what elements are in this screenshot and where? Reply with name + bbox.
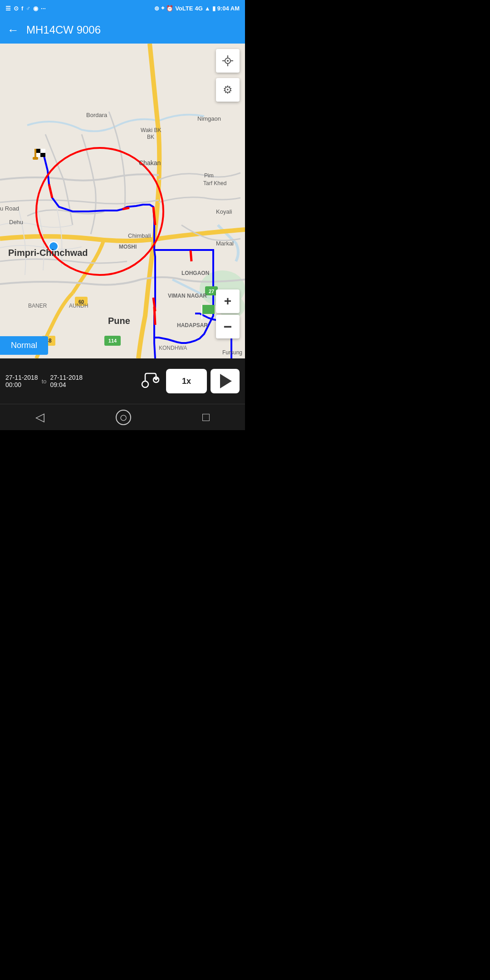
svg-text:Tarf Khed: Tarf Khed [203,180,226,186]
svg-text:Pimpri-Chinchwad: Pimpri-Chinchwad [8,248,88,258]
fb-icon: f [21,5,23,12]
svg-text:114: 114 [108,338,117,343]
circle-icon: ⊙ [14,5,19,12]
zoom-in-button[interactable]: + [216,289,240,313]
svg-point-55 [142,381,148,387]
minus-icon: − [224,319,232,334]
date-row: 27-11-2018 00:00 to 27-11-2018 09:04 [5,374,83,388]
location-icon: ⌖ [161,5,164,12]
svg-text:Chimbali: Chimbali [128,232,151,239]
play-button[interactable] [211,369,240,393]
battery-icon: ▮ [212,5,216,12]
svg-line-4 [122,208,129,209]
svg-text:Pim: Pim [204,172,214,179]
svg-text:Fursung: Fursung [222,349,242,356]
recents-nav-button[interactable]: □ [202,410,210,424]
cast-icon: ⊚ [154,5,159,12]
svg-text:AUNDH: AUNDH [69,303,88,309]
start-date-block: 27-11-2018 00:00 [5,374,38,388]
speed-button[interactable]: 1x [166,369,207,393]
alarm-icon: ⏰ [166,5,173,12]
svg-rect-13 [40,153,45,157]
4g-icon: 4G [195,5,202,12]
back-nav-button[interactable]: ◁ [35,410,44,424]
svg-line-8 [191,250,191,261]
page-title: MH14CW 9006 [26,24,101,36]
svg-text:KONDHWA: KONDHWA [159,345,187,351]
app-bar: ← MH14CW 9006 [0,16,245,44]
svg-text:27: 27 [209,289,214,294]
home-nav-button[interactable]: ○ [116,410,131,425]
date-range: 27-11-2018 00:00 to 27-11-2018 09:04 [5,374,135,388]
svg-rect-16 [202,305,215,314]
svg-text:u Road: u Road [0,205,19,212]
message-icon: ☰ [5,5,11,12]
svg-text:Koyali: Koyali [216,208,232,215]
end-date: 27-11-2018 [50,374,83,381]
svg-text:BK: BK [147,134,154,140]
start-date: 27-11-2018 [5,374,38,381]
svg-text:MOSHI: MOSHI [119,244,137,250]
status-icons-left: ☰ ⊙ f ♂ ◉ ··· [5,5,46,12]
chrome-icon: ◉ [33,5,38,12]
map-svg: 60 27 114 48 Bordara Waki BK BK Nimgaon … [0,44,245,358]
svg-text:BANER: BANER [28,303,47,309]
svg-text:LOHGAON: LOHGAON [181,270,209,276]
svg-text:Markal: Markal [216,240,234,247]
bottom-panel: 27-11-2018 00:00 to 27-11-2018 09:04 1x [0,358,245,404]
svg-point-50 [227,60,229,62]
volte-icon: VoLTE [175,5,193,12]
back-button[interactable]: ← [7,23,19,37]
svg-text:Bordara: Bordara [86,112,108,118]
map-type-button[interactable]: Normal [0,336,48,355]
svg-text:Pune: Pune [108,316,130,326]
svg-text:Waki BK: Waki BK [141,127,162,133]
end-time: 09:04 [50,381,66,388]
play-icon [220,374,232,388]
svg-text:Nimgaon: Nimgaon [197,115,221,122]
svg-text:HADAPSAR: HADAPSAR [177,322,208,328]
locate-icon [221,54,234,67]
to-label: to [42,378,47,385]
zoom-out-button[interactable]: − [216,315,240,338]
nav-bar: ◁ ○ □ [0,404,245,430]
end-date-block: 27-11-2018 09:04 [50,374,83,388]
plus-icon: + [224,294,231,309]
start-time: 00:00 [5,381,21,388]
svg-rect-15 [33,157,38,160]
status-bar: ☰ ⊙ f ♂ ◉ ··· ⊚ ⌖ ⏰ VoLTE 4G ▲ ▮ 9:04 AM [0,0,245,16]
route-icon [141,372,161,391]
svg-text:VIMAN NAGAR: VIMAN NAGAR [168,293,207,299]
person-icon: ♂ [26,5,30,12]
signal-icon: ▲ [205,5,211,12]
status-icons-right: ⊚ ⌖ ⏰ VoLTE 4G ▲ ▮ 9:04 AM [154,5,240,12]
locate-button[interactable] [216,49,240,73]
gear-icon: ⚙ [223,83,233,96]
svg-text:Chakan: Chakan [139,159,161,167]
map-container: 60 27 114 48 Bordara Waki BK BK Nimgaon … [0,44,245,358]
more-icon: ··· [41,5,46,12]
settings-button[interactable]: ⚙ [216,78,240,102]
svg-text:Dehu: Dehu [9,219,23,225]
time-display: 9:04 AM [217,5,240,12]
